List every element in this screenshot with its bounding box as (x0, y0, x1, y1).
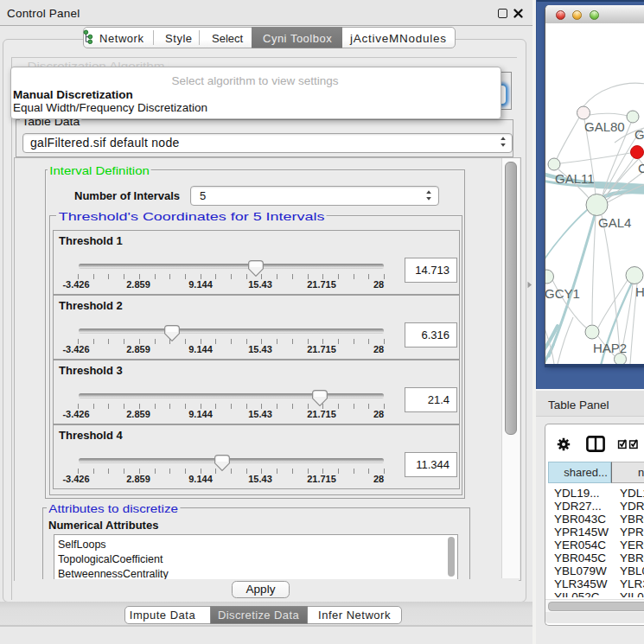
svg-text:GAL11: GAL11 (555, 171, 595, 186)
svg-text:H: H (635, 284, 644, 299)
svg-text:C: C (638, 161, 644, 175)
svg-text:GAL4: GAL4 (598, 215, 631, 230)
svg-text:GCY1: GCY1 (545, 286, 580, 301)
svg-text:HAP2: HAP2 (593, 341, 627, 355)
svg-text:GAL80: GAL80 (584, 119, 625, 134)
svg-text:G.: G. (634, 127, 644, 142)
